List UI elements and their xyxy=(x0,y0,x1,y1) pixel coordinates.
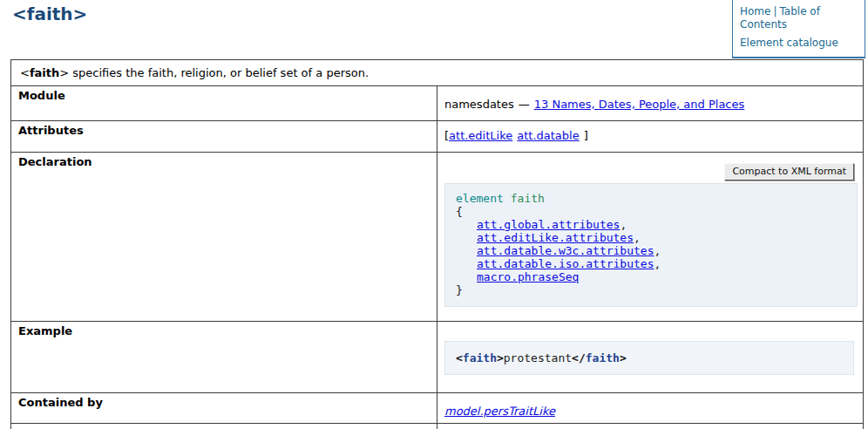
nav-home-link[interactable]: Home xyxy=(740,5,770,17)
cutoff-label-cell xyxy=(11,424,437,429)
code-suffix: , xyxy=(654,244,661,257)
example-row: Example <faith>protestant</faith> xyxy=(11,322,864,393)
cutoff-value-cell xyxy=(437,424,864,429)
cutoff-row xyxy=(11,424,864,429)
declaration-toolbar: Compact to XML format xyxy=(437,163,854,180)
attributes-close-bracket: ] xyxy=(584,129,588,142)
attributes-label: Attributes xyxy=(11,121,437,153)
desc-text: specifies the faith, religion, or belief… xyxy=(72,66,369,79)
declaration-code-block: elementfaith { att.global.attributes, at… xyxy=(444,183,858,307)
example-open-tag-name: faith xyxy=(463,351,497,364)
module-dash: — xyxy=(519,98,530,111)
example-close-tag-name: faith xyxy=(586,351,620,364)
nav-element-catalogue-link[interactable]: Element catalogue xyxy=(740,37,838,49)
module-label: Module xyxy=(11,86,437,121)
module-chapter-link[interactable]: 13 Names, Dates, People, and Places xyxy=(534,98,745,111)
code-member-line: att.datable.w3c.attributes, xyxy=(456,244,846,257)
code-open-brace: { xyxy=(456,205,846,218)
topnav-box: Home|Table of Contents Element catalogue xyxy=(732,0,865,58)
code-member-line: att.editLike.attributes, xyxy=(456,231,846,244)
code-suffix: , xyxy=(654,257,661,270)
code-link-att-global-attributes[interactable]: att.global.attributes xyxy=(477,218,620,231)
code-link-att-datable-iso-attributes[interactable]: att.datable.iso.attributes xyxy=(477,257,654,270)
contained-by-value-cell: model.persTraitLike xyxy=(437,393,864,424)
code-member-line: att.datable.iso.attributes, xyxy=(456,257,846,270)
compact-to-xml-button[interactable]: Compact to XML format xyxy=(724,163,854,180)
module-row: Module namesdates—13 Names, Dates, Peopl… xyxy=(11,86,864,121)
topnav-line-2: Element catalogue xyxy=(740,37,858,50)
example-value-cell: <faith>protestant</faith> xyxy=(437,322,864,393)
example-label: Example xyxy=(11,322,437,393)
code-suffix: , xyxy=(634,231,641,244)
contained-by-model-link[interactable]: model.persTraitLike xyxy=(444,405,555,418)
declaration-row: Declaration Compact to XML format elemen… xyxy=(11,153,864,322)
topnav-line-1: Home|Table of Contents xyxy=(740,5,858,31)
code-suffix: , xyxy=(620,218,627,231)
attribute-class-link-datable[interactable]: att.datable xyxy=(517,129,579,142)
element-reference-table: <faith> specifies the faith, religion, o… xyxy=(10,59,864,429)
code-member-line: att.global.attributes, xyxy=(456,218,846,231)
declaration-label: Declaration xyxy=(11,153,437,322)
example-open-gt: > xyxy=(497,351,504,364)
element-description: <faith> specifies the faith, religion, o… xyxy=(11,60,864,86)
description-row: <faith> specifies the faith, religion, o… xyxy=(11,60,864,86)
code-link-att-datable-w3c-attributes[interactable]: att.datable.w3c.attributes xyxy=(477,244,654,257)
contained-by-label: Contained by xyxy=(11,393,437,424)
attributes-row: Attributes [att.editLikeatt.datable] xyxy=(11,121,864,153)
nav-separator: | xyxy=(773,5,776,17)
declaration-value-cell: Compact to XML format elementfaith { att… xyxy=(437,153,864,322)
code-member-line: macro.phraseSeq xyxy=(456,270,846,283)
desc-tag-close: > xyxy=(59,66,69,79)
code-keyword: element xyxy=(456,192,504,205)
desc-tag-open: < xyxy=(20,66,30,79)
attribute-class-link-editlike[interactable]: att.editLike xyxy=(449,129,512,142)
module-name: namesdates xyxy=(444,98,514,111)
attributes-value-cell: [att.editLikeatt.datable] xyxy=(437,121,864,153)
desc-tag-name: faith xyxy=(30,66,59,79)
code-element-name: faith xyxy=(511,192,545,205)
code-close-brace: } xyxy=(456,283,846,296)
example-content: protestant xyxy=(504,351,572,364)
example-close-gt: > xyxy=(620,351,627,364)
code-line-element: elementfaith xyxy=(456,192,846,205)
module-value-cell: namesdates—13 Names, Dates, People, and … xyxy=(437,86,864,121)
contained-by-row: Contained by model.persTraitLike xyxy=(11,393,864,424)
example-open-lt: < xyxy=(456,351,463,364)
page-title: <faith> xyxy=(12,3,87,24)
code-link-att-editlike-attributes[interactable]: att.editLike.attributes xyxy=(477,231,634,244)
code-link-macro-phraseseq[interactable]: macro.phraseSeq xyxy=(477,270,579,283)
example-close-lt: </ xyxy=(572,351,586,364)
example-code-block: <faith>protestant</faith> xyxy=(444,341,854,375)
